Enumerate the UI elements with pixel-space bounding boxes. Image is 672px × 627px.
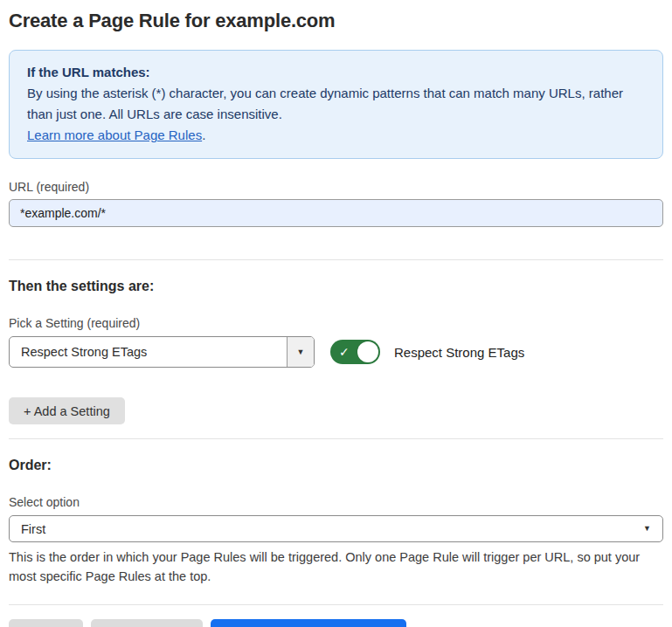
save-draft-button[interactable]: Save as Draft [91, 619, 203, 627]
chevron-down-icon: ▼ [297, 348, 305, 356]
setting-toggle[interactable]: ✓ [330, 340, 380, 364]
url-field-label: URL (required) [9, 179, 663, 195]
info-box-link-line: Learn more about Page Rules. [27, 125, 645, 146]
setting-row: Respect Strong ETags ▼ ✓ Respect Strong … [9, 336, 663, 368]
footer-divider [9, 604, 663, 605]
setting-select-arrow-button[interactable]: ▼ [287, 337, 314, 367]
url-matches-info-box: If the URL matches: By using the asteris… [9, 50, 663, 159]
order-section-heading: Order: [9, 457, 663, 474]
cancel-button[interactable]: Cancel [9, 619, 83, 627]
info-box-body: By using the asterisk (*) character, you… [27, 83, 645, 125]
page-rule-form: Create a Page Rule for example.com If th… [0, 0, 672, 627]
setting-select-value: Respect Strong ETags [10, 337, 287, 367]
link-period: . [202, 127, 205, 142]
page-title: Create a Page Rule for example.com [9, 9, 663, 33]
toggle-label: Respect Strong ETags [394, 345, 524, 360]
toggle-knob [357, 341, 378, 362]
info-box-heading: If the URL matches: [27, 62, 645, 83]
order-help-text: This is the order in which your Page Rul… [9, 548, 663, 586]
section-divider [9, 438, 663, 439]
check-icon: ✓ [339, 345, 350, 359]
setting-select[interactable]: Respect Strong ETags ▼ [9, 336, 315, 368]
save-deploy-button[interactable]: Save and Deploy Page Rule [211, 619, 406, 627]
add-setting-button[interactable]: + Add a Setting [9, 397, 125, 424]
footer-actions: Cancel Save as Draft Save and Deploy Pag… [9, 619, 663, 627]
order-select[interactable]: First ▼ [9, 515, 663, 542]
order-select-label: Select option [9, 494, 663, 510]
learn-more-link[interactable]: Learn more about Page Rules [27, 127, 202, 142]
section-divider [9, 259, 663, 260]
order-select-value: First [21, 522, 643, 536]
settings-section-heading: Then the settings are: [9, 278, 663, 295]
pick-setting-label: Pick a Setting (required) [9, 315, 663, 331]
chevron-down-icon: ▼ [643, 525, 651, 533]
url-input[interactable] [9, 199, 663, 227]
